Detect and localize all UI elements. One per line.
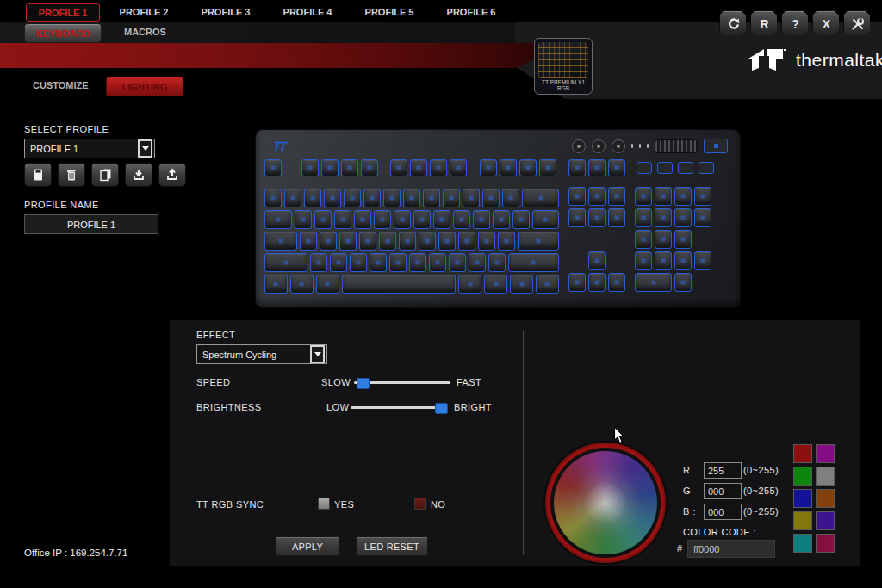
device-tab[interactable]: TT PREMIUM X1 RGB [534,38,593,95]
tab-profile-4[interactable]: PROFILE 4 [283,7,332,17]
color-code-input[interactable] [687,540,775,558]
keyboard-key [409,253,426,272]
brightness-slider-handle[interactable] [435,403,448,414]
keyboard-key [389,253,407,272]
color-wheel-hue[interactable] [554,451,657,554]
sync-no-checkbox[interactable] [414,498,426,510]
color-swatch-6[interactable] [793,511,812,530]
keyboard-key [588,273,606,292]
keyboard-key [635,230,652,249]
b-input[interactable] [704,504,742,520]
color-swatch-7[interactable] [816,511,835,530]
tab-profile-6[interactable]: PROFILE 6 [447,7,496,17]
delete-profile-button[interactable] [58,163,85,187]
speed-slider-handle[interactable] [357,378,370,389]
profile-name-input[interactable] [24,214,158,234]
effect-select[interactable]: Spectrum Cycling [196,344,327,364]
keyboard-key [473,210,490,229]
tab-profile-5[interactable]: PROFILE 5 [365,7,414,17]
lighting-effect-panel: EFFECT Spectrum Cycling SPEED SLOW FAST … [170,320,860,566]
profile-bar [0,43,560,68]
tab-macros[interactable]: MACROS [124,27,166,37]
keyboard-key [478,232,495,251]
brightness-slider[interactable] [351,406,447,409]
color-swatch-3[interactable] [816,467,835,486]
apply-button[interactable]: APPLY [276,536,339,556]
tab-lighting[interactable]: LIGHTING [106,77,183,96]
keyboard-key [334,210,351,229]
keyboard-key [635,208,652,227]
keyboard-key [674,230,692,249]
color-swatch-0[interactable] [793,444,812,463]
tab-keyboard[interactable]: KEYBOARD [24,23,102,43]
keyboard-key [344,189,361,207]
r-range-label: (0~255) [743,465,779,475]
tab-profile-1[interactable]: PROFILE 1 [26,3,100,22]
sync-yes-checkbox[interactable] [318,498,330,510]
mute-button [704,139,728,153]
keyboard-key [512,210,530,229]
keyboard-deco-row: TT [264,137,740,159]
indicator-led [631,144,633,148]
speed-slider[interactable] [354,381,450,384]
close-button[interactable]: X [812,10,841,37]
refresh-button[interactable] [719,10,748,37]
keyboard-key [568,208,586,227]
keyboard-key [433,210,450,229]
keyboard-key [264,210,292,229]
keyboard-key [458,232,475,251]
keyboard-key [383,189,401,207]
g-input[interactable] [704,483,742,499]
tab-customize[interactable]: CUSTOMIZE [33,80,89,90]
new-profile-button[interactable] [24,163,52,187]
chevron-down-icon[interactable] [138,139,152,158]
color-swatch-5[interactable] [816,489,835,508]
reset-button[interactable]: R [750,10,779,37]
speed-min-label: SLOW [321,377,351,387]
keyboard-key [608,159,625,176]
hash-label: # [677,543,683,554]
keyboard-key [403,189,420,207]
export-profile-button[interactable] [158,163,186,187]
keyboard-key [359,232,376,251]
r-input[interactable] [704,462,742,479]
thermaltake-tt-icon [748,47,787,73]
keyboard-key [694,208,711,227]
color-swatch-8[interactable] [793,534,812,553]
color-swatch-1[interactable] [816,444,835,463]
keyboard-key [423,189,440,207]
keyboard-key [321,159,339,176]
tab-profile-2[interactable]: PROFILE 2 [120,7,169,17]
keyboard-key [568,187,586,206]
copy-profile-button[interactable] [91,163,119,187]
tab-profile-3[interactable]: PROFILE 3 [202,7,251,17]
keyboard-gap [694,273,711,292]
color-swatch-2[interactable] [793,467,812,486]
keyboard-tt-logo: TT [272,139,286,153]
keyboard-key [449,253,466,272]
keyboard-key [399,232,416,251]
keyboard-key [390,159,407,176]
keyboard-key [508,253,559,272]
keyboard-key [498,232,515,251]
g-range-label: (0~255) [743,486,779,496]
profile-select[interactable]: PROFILE 1 [24,139,155,158]
keyboard-key [608,187,625,206]
color-swatch-4[interactable] [793,489,812,508]
sync-yes-label: YES [334,499,354,510]
window-controls: R ? X [719,10,872,37]
keyboard-key [588,251,606,270]
help-button[interactable]: ? [781,10,810,37]
keyboard-key [324,189,341,207]
led-reset-button[interactable]: LED RESET [356,536,428,556]
keyboard-key [453,210,470,229]
import-profile-button[interactable] [125,163,152,187]
keyboard-key [493,210,510,229]
chevron-down-icon[interactable] [310,345,325,363]
color-wheel[interactable] [545,443,666,563]
keyboard-key [510,275,533,294]
keyboard-preview: TT [256,130,740,307]
color-swatch-9[interactable] [816,534,835,553]
keyboard-key [518,232,559,251]
settings-button[interactable] [843,10,872,37]
